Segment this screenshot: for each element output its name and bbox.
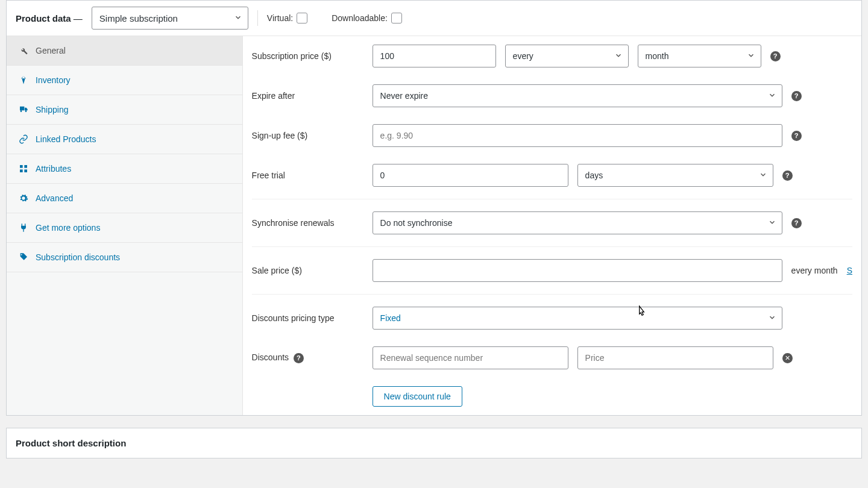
expire-label: Expire after (252, 91, 363, 101)
tab-linked-products[interactable]: Linked Products (7, 125, 242, 154)
short-description-title: Product short description (16, 438, 126, 448)
row-subscription-price: Subscription price ($) every month ? (252, 36, 852, 76)
tab-attributes-label: Attributes (36, 164, 71, 174)
grid-icon (19, 164, 28, 174)
tab-general-label: General (36, 46, 66, 55)
discounts-label-text: Discounts (252, 352, 289, 362)
row-discounts-pricing-type: Discounts pricing type Fixed (252, 294, 852, 338)
panel-header: Product data — Simple subscription Virtu… (7, 1, 861, 36)
help-icon[interactable]: ? (791, 218, 802, 228)
trial-number-input[interactable] (373, 164, 568, 187)
dtype-label: Discounts pricing type (252, 313, 363, 323)
tab-linked-label: Linked Products (36, 134, 96, 144)
new-discount-rule-button[interactable]: New discount rule (373, 386, 462, 407)
row-sync-renewals: Synchronise renewals Do not synchronise … (252, 199, 852, 243)
plug-icon (19, 223, 28, 233)
help-icon[interactable]: ? (791, 131, 802, 141)
tab-subscription-discounts[interactable]: Subscription discounts (7, 243, 242, 272)
discounts-label: Discounts ? (252, 352, 363, 363)
svg-rect-3 (24, 169, 27, 172)
signup-fee-input[interactable] (373, 124, 782, 147)
trial-unit-select[interactable]: days (577, 164, 773, 187)
sidebar-tabs: General Inventory Shipping Linked Produc… (7, 36, 243, 415)
tab-shipping[interactable]: Shipping (7, 95, 242, 125)
short-description-panel: Product short description (6, 428, 862, 458)
tab-attributes[interactable]: Attributes (7, 154, 242, 184)
panel-title-text: Product data (16, 13, 71, 23)
svg-rect-1 (24, 165, 27, 168)
tab-general[interactable]: General (7, 36, 242, 66)
interval-select-wrap: every (505, 45, 629, 67)
divider (257, 10, 258, 26)
product-type-select-wrap: Simple subscription (92, 7, 248, 30)
svg-rect-2 (20, 169, 23, 172)
panel-body: General Inventory Shipping Linked Produc… (7, 36, 861, 415)
panel-title: Product data — (16, 13, 83, 23)
product-type-select[interactable]: Simple subscription (92, 7, 248, 30)
tab-advanced-label: Advanced (36, 193, 73, 203)
help-icon[interactable]: ? (782, 170, 793, 181)
expire-select-wrap: Never expire (373, 84, 782, 107)
sync-select-wrap: Do not synchronise (373, 211, 782, 234)
downloadable-checkbox-group[interactable]: Downloadable: (332, 13, 402, 23)
row-discounts: Discounts ? ✕ (252, 338, 852, 378)
diamond-icon (19, 75, 28, 85)
signup-label: Sign-up fee ($) (252, 131, 363, 140)
product-data-panel: Product data — Simple subscription Virtu… (6, 0, 862, 416)
row-new-rule: New discount rule (252, 378, 852, 415)
row-expire-after: Expire after Never expire ? (252, 76, 852, 116)
expire-select[interactable]: Never expire (373, 84, 782, 107)
remove-rule-button[interactable]: ✕ (782, 353, 793, 363)
tab-discounts-label: Subscription discounts (36, 252, 120, 262)
tab-inventory[interactable]: Inventory (7, 66, 242, 95)
title-dash: — (74, 13, 83, 23)
row-sale-price: Sale price ($) every month S (252, 246, 852, 290)
tab-shipping-label: Shipping (36, 105, 69, 114)
sale-after-text: every month (791, 266, 838, 275)
discount-price-input[interactable] (577, 346, 773, 369)
period-select-wrap: month (638, 45, 761, 67)
subscription-price-label: Subscription price ($) (252, 51, 363, 61)
trial-unit-select-wrap: days (577, 164, 773, 187)
sync-select[interactable]: Do not synchronise (373, 211, 782, 234)
tab-inventory-label: Inventory (36, 75, 71, 85)
svg-rect-0 (20, 165, 23, 168)
trial-label: Free trial (252, 170, 363, 180)
help-icon[interactable]: ? (770, 51, 781, 61)
interval-select[interactable]: every (505, 45, 629, 67)
row-signup-fee: Sign-up fee ($) ? (252, 116, 852, 155)
tab-advanced[interactable]: Advanced (7, 184, 242, 213)
downloadable-checkbox[interactable] (391, 13, 402, 23)
dtype-select-wrap: Fixed (373, 307, 782, 330)
tab-more-label: Get more options (36, 223, 100, 233)
virtual-checkbox-group[interactable]: Virtual: (267, 13, 307, 23)
panel-content: Subscription price ($) every month ? (243, 36, 861, 415)
virtual-label: Virtual: (267, 13, 293, 23)
wrench-icon (19, 46, 28, 55)
schedule-link[interactable]: S (847, 266, 852, 275)
gear-icon (19, 193, 28, 203)
downloadable-label: Downloadable: (332, 13, 388, 23)
period-select[interactable]: month (638, 45, 761, 67)
renewal-sequence-input[interactable] (373, 346, 568, 369)
tab-get-more-options[interactable]: Get more options (7, 213, 242, 243)
sale-label: Sale price ($) (252, 266, 363, 275)
sync-label: Synchronise renewals (252, 218, 363, 228)
subscription-price-input[interactable] (373, 45, 496, 67)
row-free-trial: Free trial days ? (252, 155, 852, 195)
tag-icon (19, 252, 28, 262)
help-icon[interactable]: ? (294, 353, 304, 363)
help-icon[interactable]: ? (791, 91, 802, 101)
virtual-checkbox[interactable] (297, 13, 307, 23)
dtype-select[interactable]: Fixed (373, 307, 782, 330)
sale-price-input[interactable] (373, 259, 782, 282)
truck-icon (19, 105, 28, 114)
link-icon (19, 134, 28, 144)
